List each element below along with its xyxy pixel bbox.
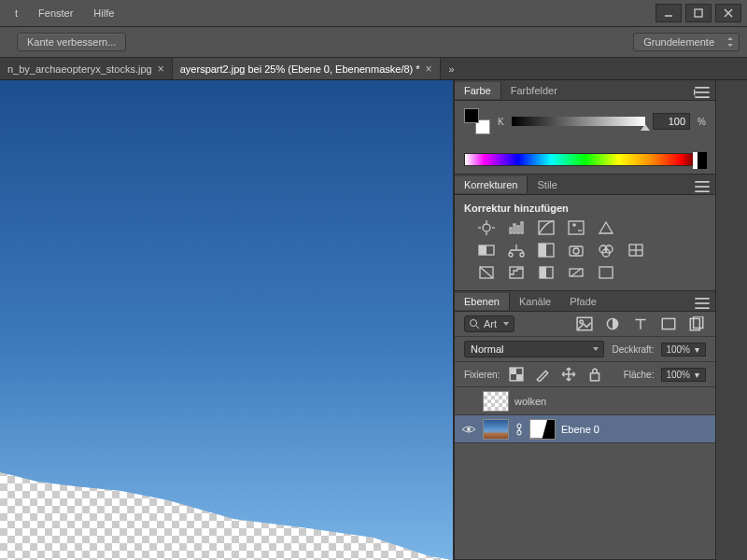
layer-mask-thumbnail[interactable] — [529, 419, 556, 440]
svg-rect-20 — [514, 224, 515, 233]
document-tabs: n_by_archaeopteryx_stocks.jpg × ayerspar… — [0, 58, 747, 80]
color-lookup-icon[interactable] — [627, 242, 645, 259]
vibrance-icon[interactable] — [597, 219, 615, 236]
fill-input[interactable]: 100% ▾ — [661, 368, 706, 382]
hue-saturation-icon[interactable] — [477, 242, 496, 259]
mask-link-icon[interactable] — [514, 422, 524, 437]
layer-name[interactable]: wolken — [514, 396, 546, 407]
svg-rect-22 — [521, 222, 523, 233]
tab-kanale[interactable]: Kanäle — [510, 293, 560, 310]
chevron-down-icon[interactable]: ▾ — [692, 370, 701, 380]
curves-icon[interactable] — [537, 219, 556, 236]
tab-stile[interactable]: Stile — [528, 176, 566, 193]
close-icon[interactable]: × — [158, 63, 164, 76]
filter-adjust-icon[interactable] — [603, 315, 622, 332]
threshold-icon[interactable] — [537, 264, 556, 281]
panel-menu-icon[interactable] — [693, 178, 712, 195]
tab-farbfelder[interactable]: Farbfelder — [501, 82, 567, 99]
workspace: Farbe Farbfelder K % — [0, 80, 747, 560]
layer-row-ebene0[interactable]: Ebene 0 — [455, 415, 715, 443]
tab-korrekturen[interactable]: Korrekturen — [455, 176, 528, 193]
black-white-icon[interactable] — [537, 242, 556, 259]
channel-mixer-icon[interactable] — [597, 242, 615, 259]
layer-thumbnail[interactable] — [483, 419, 509, 440]
svg-point-52 — [471, 320, 477, 327]
lock-all-icon[interactable] — [585, 366, 604, 383]
menu-bar: t Fenster Hilfe — [6, 4, 123, 22]
eye-icon — [461, 424, 476, 435]
k-slider[interactable] — [512, 117, 645, 126]
svg-rect-46 — [540, 267, 546, 278]
layer-thumbnail[interactable] — [483, 391, 509, 412]
foreground-color-swatch[interactable] — [464, 108, 479, 123]
right-panels: Farbe Farbfelder K % — [454, 80, 715, 560]
maximize-button[interactable] — [685, 4, 712, 22]
color-spectrum[interactable] — [464, 153, 706, 166]
refine-edge-button[interactable]: Kante verbessern... — [17, 33, 126, 51]
close-icon[interactable]: × — [426, 63, 432, 76]
filter-smart-icon[interactable] — [687, 315, 706, 332]
tab-pfade[interactable]: Pfade — [560, 293, 606, 310]
menu-hilfe[interactable]: Hilfe — [84, 4, 123, 22]
svg-rect-65 — [591, 373, 599, 381]
opacity-value: 100% — [666, 344, 690, 355]
document-tab-1[interactable]: n_by_archaeopteryx_stocks.jpg × — [0, 58, 173, 79]
channel-k-label: K — [498, 117, 504, 127]
invert-icon[interactable] — [477, 264, 496, 281]
layers-panel: Ebenen Kanäle Pfade Art N — [455, 291, 715, 560]
menu-truncated[interactable]: t — [6, 4, 27, 22]
adjustments-heading: Korrektur hinzufügen — [464, 203, 706, 214]
filter-type-icon[interactable] — [631, 315, 650, 332]
foreground-background-swatch[interactable] — [464, 108, 490, 134]
svg-rect-1 — [695, 9, 702, 17]
menu-fenster[interactable]: Fenster — [29, 4, 82, 22]
collapsed-panel-dock[interactable] — [715, 80, 747, 560]
tab-farbe[interactable]: Farbe — [455, 82, 501, 99]
opacity-label: Deckkraft: — [612, 344, 654, 355]
title-bar: t Fenster Hilfe — [0, 0, 747, 26]
svg-point-32 — [520, 253, 524, 257]
color-balance-icon[interactable] — [507, 242, 526, 259]
panel-menu-icon[interactable] — [693, 295, 712, 312]
svg-point-31 — [509, 253, 513, 257]
posterize-icon[interactable] — [507, 264, 526, 281]
tabs-overflow-button[interactable]: » — [441, 58, 463, 79]
lock-label: Fixieren: — [464, 370, 500, 380]
visibility-toggle[interactable] — [460, 393, 477, 410]
svg-rect-21 — [517, 226, 519, 233]
canvas-area[interactable] — [0, 80, 454, 560]
svg-rect-24 — [569, 221, 584, 234]
color-panel: Farbe Farbfelder K % — [455, 80, 715, 175]
panel-menu-icon[interactable] — [693, 84, 712, 101]
opacity-input[interactable]: 100% ▾ — [661, 343, 706, 357]
document-canvas[interactable] — [0, 80, 453, 560]
svg-rect-60 — [511, 368, 517, 374]
minimize-button[interactable] — [655, 4, 682, 22]
blend-mode-dropdown[interactable]: Normal — [464, 341, 604, 357]
selective-color-icon[interactable] — [597, 264, 615, 281]
filter-pixel-icon[interactable] — [575, 315, 594, 332]
document-tab-2[interactable]: ayerspart2.jpg bei 25% (Ebene 0, Ebenenm… — [173, 58, 441, 79]
lock-transparency-icon[interactable] — [507, 366, 526, 383]
layer-filter-type[interactable]: Art — [464, 315, 514, 332]
layer-row-wolken[interactable]: wolken — [455, 387, 715, 415]
close-button[interactable] — [715, 4, 741, 22]
k-value-input[interactable] — [653, 113, 690, 130]
layer-name[interactable]: Ebene 0 — [561, 424, 599, 435]
svg-rect-29 — [479, 245, 486, 255]
options-bar: Kante verbessern... Grundelemente — [0, 26, 747, 58]
chevron-down-icon[interactable]: ▾ — [692, 344, 701, 355]
svg-rect-34 — [539, 244, 546, 257]
svg-rect-23 — [539, 221, 554, 234]
gradient-map-icon[interactable] — [567, 264, 585, 281]
photo-filter-icon[interactable] — [567, 242, 585, 259]
lock-position-icon[interactable] — [559, 366, 578, 383]
filter-shape-icon[interactable] — [659, 315, 678, 332]
brightness-contrast-icon[interactable] — [477, 219, 496, 236]
exposure-icon[interactable] — [567, 219, 585, 236]
lock-pixels-icon[interactable] — [533, 366, 552, 383]
visibility-toggle[interactable] — [460, 421, 477, 438]
levels-icon[interactable] — [507, 219, 526, 236]
workspace-switcher[interactable]: Grundelemente — [633, 33, 740, 51]
tab-ebenen[interactable]: Ebenen — [455, 293, 510, 310]
